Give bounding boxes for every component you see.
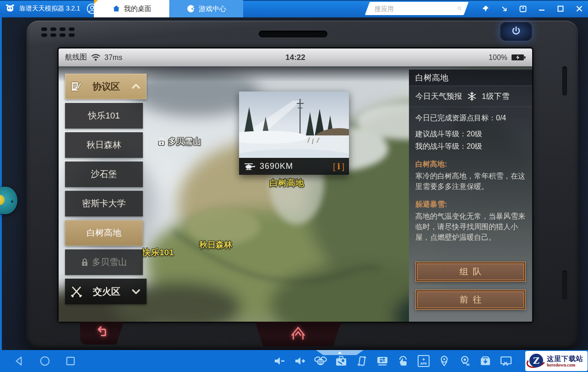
boss-key-button[interactable] [519,5,527,13]
grill-dot [60,27,65,31]
download-button[interactable] [478,354,493,368]
tab-my-desktop[interactable]: 我的桌面 [94,0,169,17]
map-label-qiuri[interactable]: 秋日森林 [199,239,232,250]
sidebar-item-label: 秋日森林 [87,139,121,151]
location-popup[interactable]: 3690KM [ i ] [239,92,349,175]
install-apk-button[interactable]: + APK [416,354,431,368]
apk-box-icon: + APK [418,355,430,367]
crossed-rifles-icon [71,286,82,297]
sidebar-item-label: 多贝雪山 [92,256,127,268]
tablet-frame: 航线图 37ms 14:22 100% [27,21,578,349]
volume-up-button[interactable] [293,354,307,368]
android-nav-buttons [12,354,78,368]
power-button[interactable] [500,22,532,41]
grill-dot [50,33,56,37]
tablet-back-button[interactable] [80,321,124,345]
group-header-agreement-zone[interactable]: 协议区 [65,74,147,99]
sidebar-item-shashibao[interactable]: 沙石堡 [65,162,143,187]
sidebar-item-misika-university[interactable]: 密斯卡大学 [65,191,143,216]
desktop-background: 航线图 37ms 14:22 100% [0,17,588,350]
shrink-window-button[interactable] [500,5,508,13]
minimize-button[interactable] [538,5,546,13]
info-button[interactable]: [ i ] [333,162,344,172]
minimize-icon [539,5,545,12]
tab-label: 游戏中心 [199,5,226,13]
boxed-dot-icon [519,5,527,12]
tab-game-center[interactable]: 游戏中心 [170,0,243,17]
resource-goal-line: 今日已完成资源点目标：0/4 [415,113,526,123]
volume-up-icon [294,356,306,367]
battery-icon [511,54,526,61]
maximize-button[interactable] [556,5,565,13]
chevron-up-icon [131,83,141,90]
sidebar-item-label: 白树高地 [87,227,121,239]
home-arrow-icon [289,323,308,343]
volume-down-button[interactable] [272,354,287,368]
nav-recents-button[interactable] [63,354,78,368]
map-label-text: 白树高地 [269,178,304,188]
suggested-level-line: 建议战斗等级：20级 [415,129,526,139]
rotate-phone-icon [356,355,368,367]
map-label-baishu[interactable]: 白树高地 [269,177,304,189]
nav-back-button[interactable] [12,354,27,368]
watermark-logo: Z [528,353,544,369]
sidebar-item-kuaile101[interactable]: 快乐101 [65,103,143,129]
popup-info-bar: 3690KM [ i ] [239,158,349,175]
device-rotate-button[interactable] [354,354,369,368]
site-watermark[interactable]: Z 这里下载站 heredown.com [525,351,588,371]
info-bracket: ] [342,162,344,172]
sidebar-item-baishu-highland[interactable]: 白树高地 [65,220,143,246]
toolbox-button[interactable] [334,354,348,368]
virtual-location-button[interactable] [437,354,452,368]
toolbox-icon [335,355,348,367]
search-input[interactable] [375,5,457,12]
group-title: 协议区 [87,81,125,93]
go-button[interactable]: 前往 [415,290,526,310]
sidebar-item-duobei-snowmountain[interactable]: 多贝雪山 [65,249,143,275]
side-vent [562,270,567,300]
tab-label: 我的桌面 [124,5,152,13]
group-header-crossfire-zone[interactable]: 交火区 [65,279,147,304]
search-icon [457,5,462,12]
fish-toy-widget[interactable] [0,187,17,214]
fish-toy-dot [11,200,13,203]
app-title: 靠谱天天模拟器 3.2.1 [19,5,80,13]
grill-row [41,27,75,31]
sidebar-item-qiuri-forest[interactable]: 秋日森林 [65,132,143,158]
grill-row [41,33,75,37]
camera-button[interactable] [457,354,472,368]
weather-row: 今日天气预报 1级下雪 [409,86,532,107]
transfer-arrows-icon [376,356,389,367]
file-transfer-button[interactable] [375,354,390,368]
document-pencil-icon [71,81,82,92]
speaker-grill [41,27,75,37]
taskbar: + APK [0,350,588,372]
statusbar-right: 100% [489,54,526,62]
screenshot-button[interactable] [499,354,513,368]
nav-home-button[interactable] [38,354,52,368]
location-thumbnail [239,92,349,158]
webcam-icon [459,355,471,367]
bee-assistant-button[interactable] [313,354,328,368]
watermark-site-name: 这里下载站 [547,355,583,362]
team-up-button[interactable]: 组队 [415,262,526,282]
pin-window-button[interactable] [481,5,490,13]
grill-dot [50,27,56,31]
game-center-icon [187,5,195,13]
apk-plus-label: + [422,357,425,362]
home-circle-icon [39,355,51,367]
tablet-home-button[interactable] [250,320,347,346]
blizzard-tip-body: 高地的气温变化无常，当暴风雪来临时，请尽快寻找周围的猎人小屋，点燃壁炉温暖自己。 [415,211,526,243]
info-icon: i [337,162,340,171]
weather-value: 1级下雪 [482,91,509,102]
home-icon [112,5,120,13]
map-label-duobei[interactable]: 多贝雪山 [158,136,201,147]
watermark-texts: 这里下载站 heredown.com [547,355,583,368]
close-button[interactable] [575,5,583,13]
touchpoint-button[interactable] [396,354,410,368]
search-box[interactable] [365,2,469,15]
map-label-kuaile[interactable]: 快乐101 [142,247,174,259]
speaker-slot [259,31,327,38]
grill-dot [69,27,75,31]
weather-label: 今日天气预报 [415,91,462,102]
